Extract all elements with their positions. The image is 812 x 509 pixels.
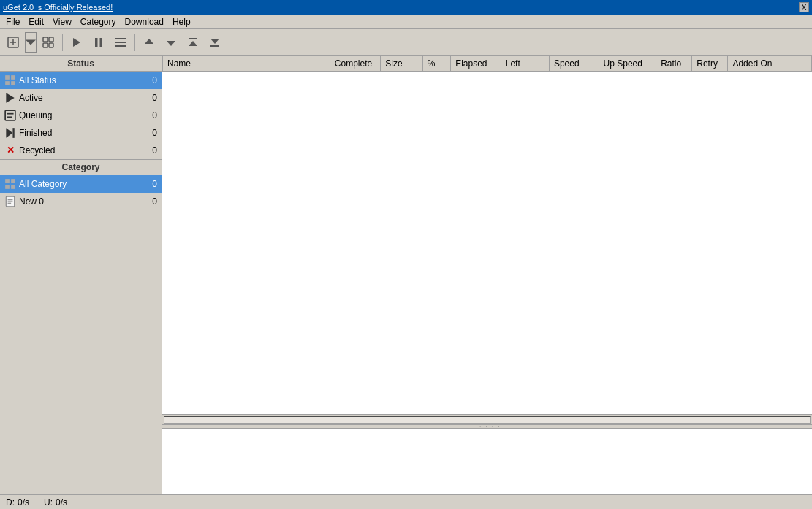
col-percent[interactable]: % [422, 56, 450, 72]
all-category-label: All Category [19, 179, 145, 189]
move-top-button[interactable] [183, 32, 203, 53]
content-area: Name Complete Size % Elapsed Left Speed … [162, 56, 812, 494]
active-icon [4, 92, 16, 104]
col-name[interactable]: Name [163, 56, 330, 72]
sidebar-item-finished[interactable]: Finished 0 [0, 124, 162, 142]
svg-rect-32 [5, 185, 10, 189]
sidebar: Status All Status 0 Active 0 [0, 56, 162, 494]
svg-rect-11 [115, 38, 126, 39]
download-speed-label: D: [6, 497, 15, 508]
table-container[interactable]: Name Complete Size % Elapsed Left Speed … [162, 56, 812, 414]
svg-marker-17 [189, 41, 197, 46]
start-icon [71, 37, 83, 48]
new-batch-icon [42, 37, 54, 48]
svg-rect-10 [100, 38, 103, 47]
menu-file[interactable]: File [1, 15, 24, 28]
new0-count: 0 [145, 196, 157, 207]
menu-help[interactable]: Help [168, 15, 195, 28]
svg-rect-4 [43, 37, 48, 42]
menu-view[interactable]: View [48, 15, 76, 28]
col-upspeed[interactable]: Up Speed [599, 56, 656, 72]
all-status-label: All Status [19, 75, 145, 85]
svg-rect-7 [49, 43, 53, 47]
col-left[interactable]: Left [501, 56, 549, 72]
properties-button[interactable] [110, 32, 131, 53]
svg-rect-5 [49, 37, 53, 42]
active-count: 0 [145, 93, 157, 103]
col-addedon[interactable]: Added On [728, 56, 812, 72]
move-bottom-icon [209, 37, 221, 48]
move-down-icon [165, 37, 177, 48]
move-top-icon [187, 37, 199, 48]
svg-rect-12 [115, 42, 126, 43]
svg-marker-3 [26, 39, 36, 45]
svg-marker-19 [210, 39, 219, 44]
svg-marker-24 [6, 93, 14, 103]
sidebar-item-active[interactable]: Active 0 [0, 89, 162, 107]
finished-count: 0 [145, 128, 157, 138]
new-download-button[interactable] [3, 32, 23, 53]
col-retry[interactable]: Retry [692, 56, 728, 72]
col-complete[interactable]: Complete [330, 56, 380, 72]
download-speed-item: D: 0/s [6, 497, 29, 508]
new-batch-button[interactable] [38, 32, 58, 53]
svg-rect-31 [11, 179, 15, 183]
title-bar-text: uGet 2.0 is Officially Released! [3, 3, 113, 12]
sidebar-item-all-category[interactable]: All Category 0 [0, 175, 162, 193]
upload-speed-value: 0/s [56, 497, 67, 508]
finished-icon [4, 127, 16, 139]
col-size[interactable]: Size [381, 56, 423, 72]
col-speed[interactable]: Speed [549, 56, 599, 72]
pause-button[interactable] [88, 32, 109, 53]
sidebar-item-all-status[interactable]: All Status 0 [0, 72, 162, 89]
finished-label: Finished [19, 128, 145, 138]
new-download-dropdown[interactable] [25, 32, 37, 53]
svg-rect-20 [5, 75, 10, 80]
toolbar [0, 29, 812, 56]
move-down-button[interactable] [161, 32, 181, 53]
pause-icon [93, 37, 105, 48]
sidebar-item-new0[interactable]: New 0 0 [0, 193, 162, 210]
move-up-icon [143, 37, 155, 48]
svg-rect-6 [43, 43, 48, 47]
svg-marker-14 [145, 39, 153, 44]
move-up-button[interactable] [139, 32, 159, 53]
horizontal-scrollbar[interactable] [162, 414, 812, 424]
queuing-icon [4, 110, 16, 121]
scrollbar-track[interactable] [164, 416, 811, 424]
upload-speed-item: U: 0/s [44, 497, 67, 508]
menu-category[interactable]: Category [76, 15, 121, 28]
all-category-count: 0 [145, 179, 157, 189]
svg-rect-33 [11, 185, 15, 189]
col-elapsed[interactable]: Elapsed [451, 56, 501, 72]
svg-marker-8 [73, 38, 80, 47]
menu-bar: File Edit View Category Download Help [0, 15, 812, 29]
svg-rect-9 [95, 38, 98, 47]
svg-rect-23 [11, 81, 15, 85]
svg-rect-13 [115, 45, 126, 47]
properties-icon [115, 37, 126, 48]
sidebar-item-recycled[interactable]: ✕ Recycled 0 [0, 142, 162, 159]
all-category-icon [4, 178, 16, 190]
menu-edit[interactable]: Edit [24, 15, 48, 28]
detail-panel [162, 429, 812, 494]
title-bar: uGet 2.0 is Officially Released! X [0, 0, 812, 15]
close-button[interactable]: X [799, 2, 809, 12]
status-section-header: Status [0, 56, 162, 72]
svg-marker-15 [167, 41, 175, 46]
all-status-icon [4, 74, 16, 86]
download-speed-value: 0/s [18, 497, 29, 508]
recycled-label: Recycled [19, 145, 145, 156]
move-bottom-button[interactable] [205, 32, 225, 53]
dropdown-arrow-icon [26, 37, 36, 48]
queuing-count: 0 [145, 110, 157, 120]
new0-icon [4, 196, 16, 207]
col-ratio[interactable]: Ratio [656, 56, 692, 72]
svg-rect-22 [5, 81, 10, 85]
start-button[interactable] [67, 32, 87, 53]
sidebar-item-queuing[interactable]: Queuing 0 [0, 107, 162, 124]
new0-label: New 0 [19, 196, 145, 207]
menu-download[interactable]: Download [121, 15, 168, 28]
toolbar-separator-2 [134, 34, 135, 51]
svg-marker-29 [6, 128, 12, 138]
